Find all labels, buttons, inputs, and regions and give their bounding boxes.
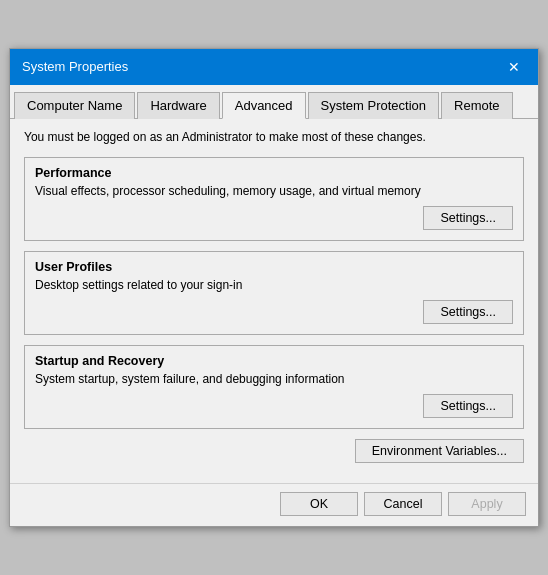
performance-settings-button[interactable]: Settings... xyxy=(423,206,513,230)
user-profiles-button-row: Settings... xyxy=(35,300,513,324)
footer-bar: OK Cancel Apply xyxy=(10,483,538,526)
performance-section: Performance Visual effects, processor sc… xyxy=(24,157,524,241)
tab-computer-name[interactable]: Computer Name xyxy=(14,92,135,119)
tab-content: You must be logged on as an Administrato… xyxy=(10,119,538,484)
close-button[interactable]: ✕ xyxy=(502,57,526,77)
tabs-bar: Computer Name Hardware Advanced System P… xyxy=(10,85,538,119)
user-profiles-desc: Desktop settings related to your sign-in xyxy=(35,278,513,292)
tab-hardware[interactable]: Hardware xyxy=(137,92,219,119)
startup-recovery-title: Startup and Recovery xyxy=(35,354,513,368)
apply-button[interactable]: Apply xyxy=(448,492,526,516)
startup-recovery-desc: System startup, system failure, and debu… xyxy=(35,372,513,386)
title-bar: System Properties ✕ xyxy=(10,49,538,85)
system-properties-window: System Properties ✕ Computer Name Hardwa… xyxy=(9,48,539,528)
environment-variables-button[interactable]: Environment Variables... xyxy=(355,439,524,463)
user-profiles-title: User Profiles xyxy=(35,260,513,274)
ok-button[interactable]: OK xyxy=(280,492,358,516)
user-profiles-settings-button[interactable]: Settings... xyxy=(423,300,513,324)
user-profiles-section: User Profiles Desktop settings related t… xyxy=(24,251,524,335)
startup-recovery-button-row: Settings... xyxy=(35,394,513,418)
performance-button-row: Settings... xyxy=(35,206,513,230)
tab-system-protection[interactable]: System Protection xyxy=(308,92,440,119)
cancel-button[interactable]: Cancel xyxy=(364,492,442,516)
startup-recovery-section: Startup and Recovery System startup, sys… xyxy=(24,345,524,429)
tab-advanced[interactable]: Advanced xyxy=(222,92,306,119)
tab-remote[interactable]: Remote xyxy=(441,92,513,119)
performance-title: Performance xyxy=(35,166,513,180)
startup-recovery-settings-button[interactable]: Settings... xyxy=(423,394,513,418)
admin-info-text: You must be logged on as an Administrato… xyxy=(24,129,524,146)
performance-desc: Visual effects, processor scheduling, me… xyxy=(35,184,513,198)
window-title: System Properties xyxy=(22,59,128,74)
env-variables-row: Environment Variables... xyxy=(24,439,524,463)
